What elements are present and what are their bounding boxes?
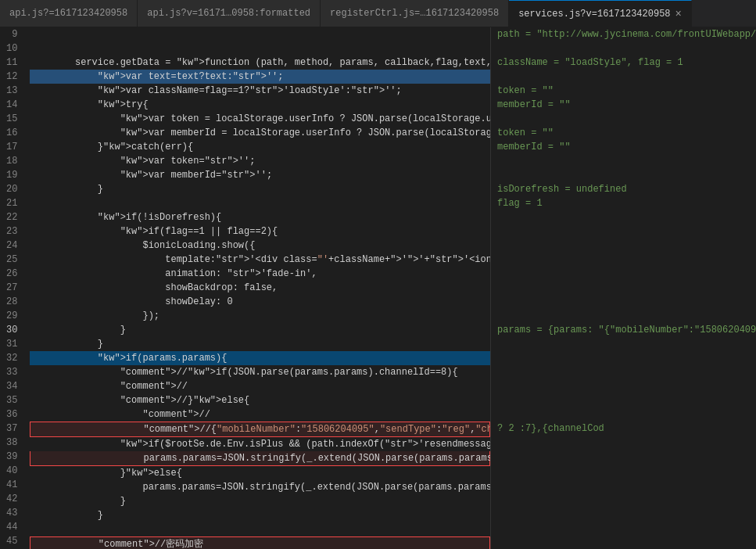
code-line: "comment">// — [30, 407, 490, 422]
line-number: 13 — [6, 84, 23, 98]
code-line: params.params=JSON.stringify(_.extend(JS… — [30, 451, 490, 466]
annotation-line: memberId = "" — [497, 98, 756, 112]
annotation-line: className = "loadStyle", flag = 1 — [497, 56, 756, 70]
annotation-line — [497, 253, 756, 267]
code-line: "comment">//{"mobileNumber":"15806204095… — [30, 422, 490, 437]
line-number: 10 — [6, 41, 23, 56]
annotation-line — [497, 407, 756, 422]
code-line: "kw">if(flag==1 || flag==2){ — [30, 224, 490, 239]
annotation-line: params = {params: "{"mobileNumber":"1580… — [497, 323, 756, 337]
line-number: 17 — [6, 140, 23, 154]
code-line: "kw">if(params.params){ — [30, 351, 490, 365]
annotation-line: token = "" — [497, 84, 756, 98]
line-number: 15 — [6, 112, 23, 126]
annotation-line — [497, 492, 756, 506]
line-number: 45 — [6, 534, 23, 548]
tab-api-formatted[interactable]: api.js?v=16171…0958:formatted — [138, 0, 321, 27]
annotation-line — [497, 168, 756, 182]
line-number: 36 — [6, 407, 23, 422]
code-line: $ionicLoading.show({ — [30, 239, 490, 253]
tab-api-js[interactable]: api.js?=1617123420958 — [0, 0, 138, 27]
line-number: 33 — [6, 365, 23, 379]
annotation-line — [497, 309, 756, 323]
code-line: } — [30, 337, 490, 351]
tab-register-ctrl[interactable]: registerCtrl.js=…1617123420958 — [321, 0, 509, 27]
app-container: api.js?=1617123420958 api.js?v=16171…095… — [0, 0, 756, 549]
annotations-panel: path = "http://www.jycinema.com/frontUIW… — [490, 27, 756, 549]
annotation-line — [497, 337, 756, 351]
line-number: 29 — [6, 309, 23, 323]
annotation-line — [497, 267, 756, 281]
line-number: 21 — [6, 196, 23, 210]
annotation-line — [497, 436, 756, 450]
code-line: } — [30, 182, 490, 196]
code-line: "kw">var className=flag==1?"str">'loadSt… — [30, 84, 490, 98]
code-line: "kw">var memberId = localStorage.userInf… — [30, 126, 490, 140]
line-number: 16 — [6, 126, 23, 140]
annotation-line: isDorefresh = undefined — [497, 182, 756, 196]
line-number: 23 — [6, 224, 23, 239]
editor-area: 9101112131415161718192021222324252627282… — [0, 27, 756, 549]
line-number: 19 — [6, 168, 23, 182]
code-content[interactable]: service.getData = "kw">function (path, m… — [30, 27, 490, 549]
line-number: 41 — [6, 478, 23, 492]
line-number: 32 — [6, 351, 23, 365]
annotation-line: memberId = "" — [497, 140, 756, 154]
annotation-line — [497, 281, 756, 295]
line-number: 43 — [6, 506, 23, 520]
annotation-line — [497, 210, 756, 224]
line-number: 35 — [6, 393, 23, 407]
line-number: 30 — [6, 323, 23, 337]
code-line: "kw">if(!isDorefresh){ — [30, 210, 490, 224]
code-line: template:"str">'<div class="'+className+… — [30, 253, 490, 267]
code-line: "comment">// — [30, 379, 490, 393]
line-number: 18 — [6, 154, 23, 168]
line-number: 9 — [6, 27, 23, 41]
tab-services[interactable]: services.js?v=1617123420958 × — [509, 0, 692, 27]
annotation-line — [497, 520, 756, 534]
tab-label: services.js?v=1617123420958 — [518, 9, 670, 20]
code-line: } — [30, 508, 490, 522]
code-line: }); — [30, 309, 490, 323]
code-line: }"kw">catch(err){ — [30, 140, 490, 154]
annotation-line: flag = 1 — [497, 196, 756, 210]
code-line: "kw">var token="str">''; — [30, 154, 490, 168]
line-number: 27 — [6, 281, 23, 295]
line-number: 12 — [6, 70, 23, 84]
tab-label: api.js?=1617123420958 — [9, 8, 127, 19]
code-line: "kw">if($rootSe.de.Env.isPlus && (path.i… — [30, 437, 490, 451]
code-line: } — [30, 323, 490, 337]
annotation-line — [497, 450, 756, 464]
code-line: showDelay: 0 — [30, 295, 490, 309]
line-number: 24 — [6, 239, 23, 253]
line-number: 44 — [6, 520, 23, 534]
line-number: 40 — [6, 464, 23, 478]
line-number: 14 — [6, 98, 23, 112]
line-number: 25 — [6, 253, 23, 267]
line-number: 34 — [6, 379, 23, 393]
annotation-line — [497, 379, 756, 393]
tab-label: registerCtrl.js=…1617123420958 — [330, 8, 499, 19]
annotation-line — [497, 112, 756, 126]
tab-label: api.js?v=16171…0958:formatted — [147, 8, 310, 19]
line-number: 31 — [6, 337, 23, 351]
annotation-line — [497, 154, 756, 168]
code-line — [30, 522, 490, 536]
annotation-line — [497, 224, 756, 239]
close-icon[interactable]: × — [675, 9, 682, 20]
annotation-line — [497, 70, 756, 84]
line-number: 38 — [6, 436, 23, 450]
line-number: 39 — [6, 450, 23, 464]
annotation-line — [497, 534, 756, 548]
code-line: "comment">//}"kw">else{ — [30, 393, 490, 407]
code-line: animation: "str">'fade-in', — [30, 267, 490, 281]
code-line: "comment">//"kw">if(JSON.parse(params.pa… — [30, 365, 490, 379]
annotation-line — [497, 295, 756, 309]
code-line: service.getData = "kw">function (path, m… — [30, 56, 490, 70]
annotation-line — [497, 464, 756, 478]
tab-bar: api.js?=1617123420958 api.js?v=16171…095… — [0, 0, 756, 27]
line-numbers-panel: 9101112131415161718192021222324252627282… — [0, 27, 30, 549]
code-line: "kw">var text=text?text:"str">''; — [30, 70, 490, 84]
line-number: 11 — [6, 56, 23, 70]
code-line: params.params=JSON.stringify(_.extend(JS… — [30, 480, 490, 494]
